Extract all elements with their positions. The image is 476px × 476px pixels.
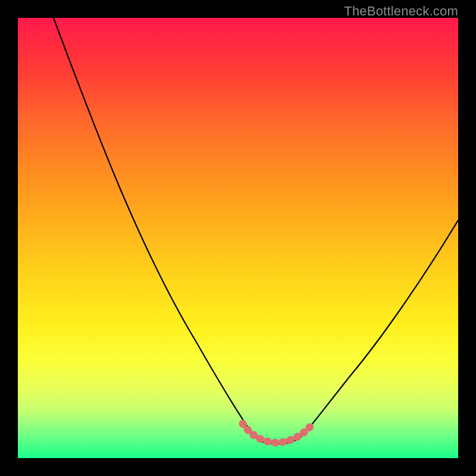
bottom-highlight	[243, 424, 312, 443]
plot-area	[18, 18, 458, 458]
watermark-text: TheBottleneck.com	[344, 4, 458, 19]
main-curve	[54, 18, 458, 444]
chart-frame: TheBottleneck.com	[0, 0, 476, 476]
curve-svg	[18, 18, 458, 458]
